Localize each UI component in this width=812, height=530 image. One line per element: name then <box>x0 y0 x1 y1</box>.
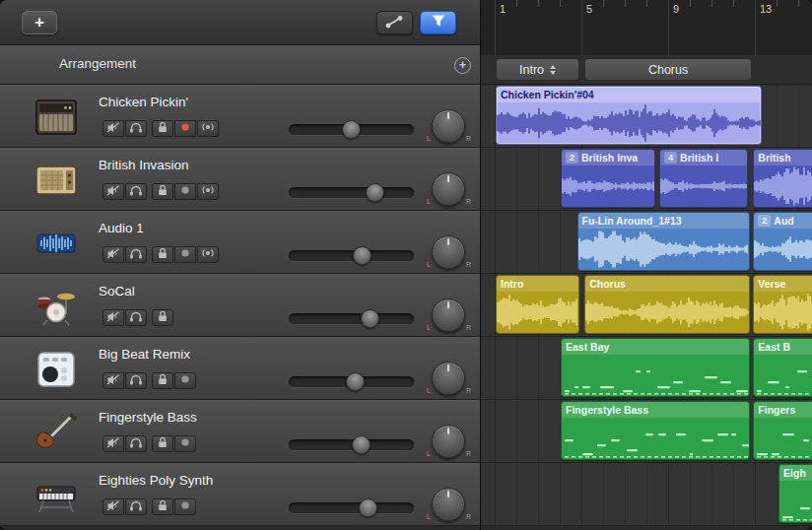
volume-slider[interactable] <box>289 187 414 198</box>
region[interactable]: East Bay <box>561 338 750 397</box>
mute-button[interactable] <box>102 246 124 263</box>
pan-knob[interactable] <box>432 425 465 458</box>
mute-button[interactable] <box>102 309 124 326</box>
arrangement-add-button[interactable]: + <box>454 57 471 74</box>
lock-button[interactable] <box>152 120 173 137</box>
ruler[interactable]: 15913 <box>481 0 812 55</box>
solo-button[interactable] <box>125 309 147 326</box>
pan-knob[interactable] <box>432 109 465 143</box>
pan-knob[interactable] <box>432 298 465 332</box>
mute-button[interactable] <box>102 183 124 200</box>
record-enable-button[interactable] <box>174 246 196 263</box>
track-name[interactable]: British Invasion <box>99 158 189 172</box>
track-name[interactable]: SoCal <box>99 284 135 298</box>
region[interactable]: Intro <box>496 275 579 334</box>
region[interactable]: British <box>753 149 812 208</box>
track-header[interactable]: Eighties Poly SynthLR <box>0 463 480 526</box>
lock-button[interactable] <box>152 246 173 263</box>
solo-button[interactable] <box>125 372 147 389</box>
pan-knob[interactable] <box>432 235 465 269</box>
track-header[interactable]: Audio 1LR <box>0 211 480 274</box>
volume-slider-handle[interactable] <box>366 183 384 202</box>
mute-button[interactable] <box>102 435 124 452</box>
region[interactable]: Chicken Pickin'#04 <box>496 86 762 145</box>
input-monitoring-button[interactable] <box>197 183 219 200</box>
volume-slider[interactable] <box>289 439 414 450</box>
volume-slider[interactable] <box>289 502 414 513</box>
record-enable-button[interactable] <box>174 183 196 200</box>
region[interactable]: Fu-Lin Around_1#13 <box>577 212 750 271</box>
add-track-button[interactable]: + <box>22 11 57 34</box>
arrangement-marker[interactable]: Chorus <box>584 58 752 81</box>
ruler-tick <box>516 0 517 7</box>
record-enable-button[interactable] <box>174 435 196 452</box>
track-header[interactable]: Big Beat RemixLR <box>0 337 480 400</box>
volume-slider-handle[interactable] <box>342 120 361 139</box>
track-lane[interactable]: Chicken Pickin'#04 <box>481 85 812 148</box>
lock-button[interactable] <box>152 372 173 389</box>
track-name[interactable]: Big Beat Remix <box>99 347 190 362</box>
record-enable-button[interactable] <box>174 498 196 515</box>
solo-button[interactable] <box>125 120 147 137</box>
volume-slider-handle[interactable] <box>359 498 377 517</box>
region[interactable]: Fingers <box>753 401 812 460</box>
pan-knob[interactable] <box>432 362 465 395</box>
volume-slider[interactable] <box>289 250 414 261</box>
region[interactable]: 2British Inva <box>561 149 655 208</box>
lock-button[interactable] <box>152 183 173 200</box>
input-monitoring-button[interactable] <box>197 120 219 137</box>
record-enable-button[interactable] <box>174 372 196 389</box>
track-filter-button[interactable] <box>420 11 456 34</box>
volume-slider-handle[interactable] <box>353 246 372 265</box>
volume-slider-handle[interactable] <box>346 372 365 391</box>
mute-button[interactable] <box>102 372 124 389</box>
track-name[interactable]: Audio 1 <box>99 221 144 235</box>
solo-button[interactable] <box>125 246 147 263</box>
volume-slider-handle[interactable] <box>361 309 379 328</box>
lock-button[interactable] <box>152 498 173 515</box>
region[interactable]: 2Aud <box>753 212 812 271</box>
volume-slider[interactable] <box>289 313 414 324</box>
track-header[interactable]: Chicken Pickin'LR <box>0 85 480 148</box>
track-header[interactable]: SoCalLR <box>0 274 480 337</box>
region[interactable]: 4British I <box>659 149 748 208</box>
pan-knob[interactable] <box>432 488 465 521</box>
region[interactable]: Chorus <box>584 275 750 334</box>
lock-button[interactable] <box>152 309 173 326</box>
track-header[interactable]: British InvasionLR <box>0 148 480 211</box>
region[interactable]: East B <box>753 338 812 397</box>
mute-button[interactable] <box>102 498 124 515</box>
solo-button[interactable] <box>125 498 147 515</box>
region-label: Fingers <box>758 402 795 418</box>
track-lane[interactable]: IntroChorusVerse <box>481 274 812 337</box>
track-name[interactable]: Chicken Pickin' <box>99 95 188 109</box>
pan-left-label: L <box>427 324 431 331</box>
volume-slider-handle[interactable] <box>352 435 371 454</box>
marker-stepper-icon[interactable] <box>550 65 556 75</box>
mute-button[interactable] <box>102 120 124 137</box>
arrangement-marker[interactable]: Intro <box>496 58 579 81</box>
record-enable-button[interactable] <box>174 120 196 137</box>
track-lane[interactable]: Fu-Lin Around_1#132Aud <box>481 211 812 274</box>
track-lane[interactable]: 2British Inva4British IBritish <box>481 148 812 211</box>
lock-button[interactable] <box>152 435 173 452</box>
pan-knob[interactable] <box>432 172 465 206</box>
volume-slider[interactable] <box>289 376 414 387</box>
region[interactable]: Verse <box>753 275 812 334</box>
track-name[interactable]: Fingerstyle Bass <box>99 410 197 425</box>
track-lane[interactable]: Eigh <box>481 463 812 526</box>
input-monitoring-button[interactable] <box>197 246 219 263</box>
track-name[interactable]: Eighties Poly Synth <box>99 473 213 488</box>
loop-count-badge: 4 <box>664 152 677 164</box>
track-lane[interactable]: East BayEast B <box>481 337 812 400</box>
volume-slider[interactable] <box>289 124 414 135</box>
region[interactable]: Fingerstyle Bass <box>561 401 750 460</box>
solo-button[interactable] <box>125 183 147 200</box>
solo-button[interactable] <box>125 435 147 452</box>
track-header[interactable]: Fingerstyle BassLR <box>0 400 480 463</box>
automation-button[interactable] <box>376 11 413 34</box>
region-label: Fu-Lin Around_1#13 <box>582 213 682 229</box>
drums-icon <box>34 286 79 327</box>
region[interactable]: Eigh <box>778 464 812 523</box>
track-lane[interactable]: Fingerstyle BassFingers <box>481 400 812 463</box>
